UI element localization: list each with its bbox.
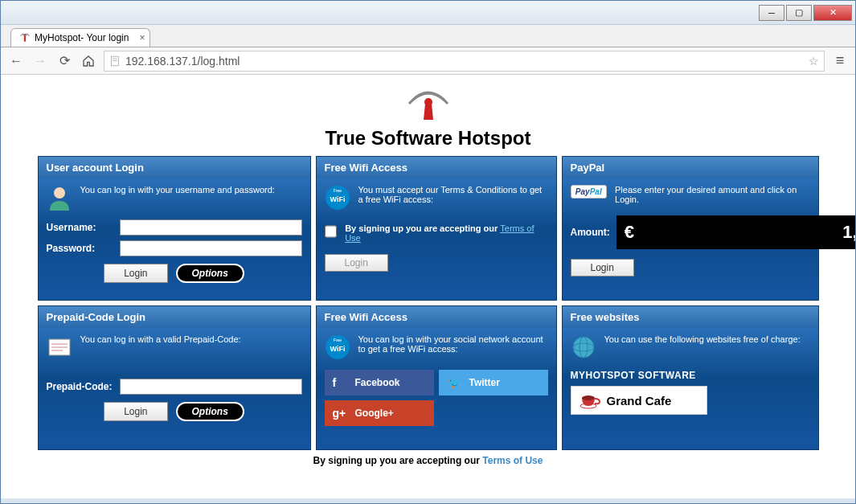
menu-button[interactable]: ≡	[831, 52, 849, 70]
user-icon	[47, 185, 72, 211]
google-plus-button[interactable]: g+Google+	[325, 400, 434, 426]
panel-description: You can use the following websites free …	[604, 334, 801, 344]
amount-label: Amount:	[571, 227, 610, 238]
back-button[interactable]: ←	[7, 52, 25, 70]
page-content: True Software Hotspot User account Login…	[1, 75, 855, 498]
window-maximize-button[interactable]: ▢	[786, 5, 812, 21]
svg-rect-2	[111, 56, 118, 66]
google-plus-icon: g+	[333, 407, 347, 420]
panel-header: Prepaid-Code Login	[39, 306, 310, 328]
footer-terms: By signing up you are accepting our Term…	[17, 450, 839, 466]
svg-text:Free: Free	[333, 338, 342, 342]
amount-input[interactable]	[642, 215, 855, 249]
hotspot-logo-icon	[404, 80, 453, 121]
window-close-button[interactable]: ✕	[813, 5, 852, 21]
panel-description: You can log in with your social network …	[358, 334, 548, 354]
tab-close-icon[interactable]: ×	[139, 32, 145, 43]
url-input[interactable]	[125, 55, 804, 68]
paypal-logo-icon: PayPal	[571, 185, 608, 199]
url-bar[interactable]: ☆	[104, 51, 825, 72]
svg-rect-0	[24, 36, 26, 42]
options-button[interactable]: Options	[176, 402, 244, 421]
user-login-panel: User account Login You can log in with y…	[38, 156, 311, 301]
free-site-link[interactable]: Grand Cafe	[571, 386, 707, 415]
password-input[interactable]	[120, 240, 302, 256]
prepaid-card-icon	[47, 334, 72, 360]
prepaid-code-label: Prepaid-Code:	[47, 381, 115, 392]
free-sites-heading: MYHOTSPOT SOFTWARE	[571, 370, 810, 381]
window-titlebar: ─ ▢ ✕	[1, 1, 855, 25]
wifi-icon: WiFiFree	[325, 185, 350, 211]
svg-text:WiFi: WiFi	[330, 345, 345, 353]
wifi-icon: WiFiFree	[325, 334, 350, 360]
svg-point-6	[54, 187, 65, 199]
panel-header: Free Wifi Access	[317, 157, 556, 178]
currency-symbol: €	[616, 215, 642, 249]
panel-description: Please enter your desired amount and cli…	[615, 185, 809, 204]
tab-favicon-icon	[19, 32, 31, 43]
page-icon	[109, 55, 121, 67]
facebook-button[interactable]: fFacebook	[325, 370, 434, 395]
panel-header: Free Wifi Access	[317, 306, 556, 328]
coffee-cup-icon	[580, 391, 600, 409]
options-button[interactable]: Options	[176, 264, 244, 283]
panel-header: PayPal	[563, 157, 818, 178]
browser-window: ─ ▢ ✕ MyHotspot- Your login × ← → ⟳ ☆ ≡	[0, 0, 856, 504]
globe-icon	[571, 334, 596, 360]
reload-button[interactable]: ⟳	[55, 52, 73, 70]
free-wifi-social-panel: Free Wifi Access WiFiFree You can log in…	[316, 305, 557, 450]
page-title: True Software Hotspot	[17, 127, 839, 150]
footer-terms-link[interactable]: Terms of Use	[482, 455, 543, 466]
svg-text:WiFi: WiFi	[330, 195, 345, 203]
home-icon	[82, 55, 95, 68]
password-label: Password:	[47, 243, 115, 254]
panel-header: Free websites	[563, 306, 818, 328]
login-button[interactable]: Login	[571, 259, 634, 277]
free-websites-panel: Free websites You can use the following …	[562, 305, 819, 450]
login-button[interactable]: Login	[104, 264, 167, 283]
svg-point-17	[573, 337, 594, 358]
login-button[interactable]: Login	[104, 402, 167, 421]
svg-text:Free: Free	[333, 188, 342, 193]
panel-description: You can log in with a valid Prepaid-Code…	[80, 334, 241, 344]
twitter-icon: 🐦	[447, 376, 461, 389]
accept-terms-checkbox[interactable]	[325, 225, 338, 238]
panel-description: You can log in with your username and pa…	[80, 185, 275, 195]
browser-toolbar: ← → ⟳ ☆ ≡	[1, 47, 855, 75]
username-label: Username:	[47, 222, 115, 233]
window-minimize-button[interactable]: ─	[759, 5, 784, 21]
paypal-panel: PayPal PayPal Please enter your desired …	[562, 156, 819, 301]
bookmark-star-icon[interactable]: ☆	[809, 55, 819, 68]
panel-header: User account Login	[39, 157, 310, 178]
site-name: Grand Cafe	[607, 394, 672, 408]
login-button[interactable]: Login	[325, 254, 388, 272]
prepaid-panel: Prepaid-Code Login You can log in with a…	[38, 305, 311, 450]
tab-strip: MyHotspot- Your login ×	[1, 25, 855, 47]
svg-point-21	[582, 395, 595, 400]
browser-tab[interactable]: MyHotspot- Your login ×	[10, 28, 150, 47]
accept-terms-text: By signing up you are accepting our Term…	[345, 223, 547, 243]
home-button[interactable]	[80, 52, 97, 70]
twitter-button[interactable]: 🐦Twitter	[439, 370, 548, 395]
tab-title: MyHotspot- Your login	[35, 32, 129, 43]
facebook-icon: f	[333, 376, 347, 389]
forward-button[interactable]: →	[31, 52, 49, 70]
free-wifi-terms-panel: Free Wifi Access WiFiFree You must accep…	[316, 156, 557, 301]
panel-description: You must accept our Terms & Conditions t…	[358, 185, 548, 204]
username-input[interactable]	[120, 219, 302, 236]
prepaid-code-input[interactable]	[120, 379, 302, 395]
